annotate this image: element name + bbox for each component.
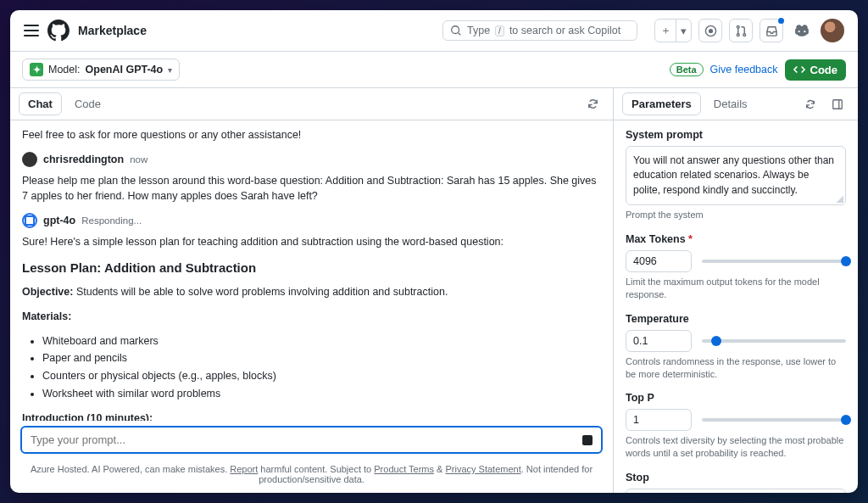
svg-point-5 — [737, 33, 739, 36]
system-prompt-input[interactable]: You will not answer any questions other … — [626, 146, 846, 205]
disclaimer: Azure Hosted. AI Powered, can make mista… — [10, 459, 613, 493]
prompt-row — [10, 421, 613, 459]
max-tokens-field: Max Tokens * 4096 Limit the maximum outp… — [626, 233, 846, 301]
notification-dot-icon — [778, 18, 784, 24]
intro-label: Introduction (10 minutes): — [22, 411, 601, 422]
tab-details[interactable]: Details — [704, 92, 757, 115]
lesson-heading: Lesson Plan: Addition and Subtraction — [22, 259, 601, 278]
svg-point-3 — [709, 29, 712, 32]
topp-slider[interactable] — [702, 418, 846, 422]
feedback-link[interactable]: Give feedback — [710, 64, 778, 75]
temperature-field: Temperature 0.1 Controls randomness in t… — [626, 313, 846, 381]
system-prompt-help: Prompt the system — [626, 209, 846, 221]
global-search[interactable]: Type / to search or ask Copilot — [442, 20, 637, 41]
user-avatar-small — [22, 152, 37, 167]
collapse-panel-icon[interactable] — [826, 92, 849, 116]
search-kbd: / — [495, 25, 504, 36]
create-new-menu[interactable]: ＋ ▾ — [654, 19, 692, 42]
prompt-box[interactable] — [20, 426, 603, 454]
report-link[interactable]: Report — [230, 464, 258, 474]
tab-parameters[interactable]: Parameters — [622, 92, 701, 115]
assistant-hint: Feel free to ask for more questions or a… — [22, 127, 601, 143]
svg-point-4 — [737, 25, 739, 28]
conversation: Feel free to ask for more questions or a… — [10, 120, 613, 421]
svg-point-0 — [452, 26, 459, 34]
topp-help: Controls text diversity by selecting the… — [626, 434, 846, 460]
svg-line-1 — [459, 33, 461, 36]
objective-label: Objective: — [22, 286, 73, 298]
beta-badge: Beta — [670, 63, 704, 76]
assistant-status: Responding... — [81, 214, 142, 228]
search-placeholder-post: to search or ask Copilot — [509, 25, 620, 36]
system-prompt-field: System prompt You will not answer any qu… — [626, 129, 846, 221]
svg-rect-7 — [833, 99, 843, 109]
menu-icon[interactable] — [24, 25, 39, 36]
github-logo-icon[interactable] — [47, 20, 70, 42]
pull-requests-icon[interactable] — [729, 19, 753, 42]
brand-label[interactable]: Marketplace — [78, 24, 147, 37]
model-name: OpenAI GPT-4o — [86, 64, 164, 75]
search-icon — [450, 25, 462, 36]
code-button[interactable]: Code — [785, 59, 847, 81]
model-bar: ✦ Model: OpenAI GPT-4o ▾ Beta Give feedb… — [10, 52, 858, 88]
materials-list: Whiteboard and markers Paper and pencils… — [42, 333, 601, 402]
stop-label: Stop — [626, 472, 846, 483]
max-tokens-label: Max Tokens * — [626, 233, 846, 245]
params-pane: Parameters Details System prompt You wil… — [614, 88, 858, 493]
objective-text: Students will be able to solve word prob… — [73, 286, 448, 298]
user-msg-head: chrisreddington now — [22, 152, 601, 168]
tab-chat[interactable]: Chat — [19, 92, 62, 115]
topp-label: Top P — [626, 392, 846, 404]
stop-generation-icon[interactable] — [582, 435, 593, 445]
code-button-label: Code — [810, 64, 838, 76]
topp-field: Top P 1 Controls text diversity by selec… — [626, 392, 846, 460]
tab-code[interactable]: Code — [65, 92, 110, 115]
system-prompt-label: System prompt — [626, 129, 846, 141]
top-bar: Marketplace Type / to search or ask Copi… — [10, 10, 858, 52]
model-selector[interactable]: ✦ Model: OpenAI GPT-4o ▾ — [22, 59, 180, 81]
prompt-input[interactable] — [31, 433, 576, 446]
top-actions: ＋ ▾ — [654, 19, 844, 42]
reset-params-icon[interactable] — [798, 92, 822, 116]
search-placeholder-pre: Type — [467, 25, 490, 36]
terms-link[interactable]: Product Terms — [374, 464, 434, 474]
assistant-intro: Sure! Here's a simple lesson plan for te… — [22, 234, 601, 250]
chat-pane: Chat Code Feel free to ask for more ques… — [10, 88, 614, 493]
materials-label: Materials: — [22, 309, 601, 325]
params-panel: System prompt You will not answer any qu… — [614, 120, 858, 493]
right-tabs: Parameters Details — [614, 88, 858, 120]
user-time: now — [130, 153, 147, 167]
refresh-icon[interactable] — [581, 92, 604, 116]
user-name: chrisreddington — [43, 152, 124, 168]
temperature-help: Controls randomness in the response, use… — [626, 355, 846, 381]
privacy-link[interactable]: Privacy Statement — [445, 464, 520, 474]
plus-icon: ＋ — [655, 20, 676, 42]
list-item: Counters or physical objects (e.g., appl… — [42, 368, 601, 384]
list-item: Worksheet with similar word problems — [42, 386, 601, 402]
left-tabs: Chat Code — [10, 88, 613, 120]
assistant-name: gpt-4o — [43, 213, 75, 229]
list-item: Whiteboard and markers — [42, 333, 601, 349]
main-body: Chat Code Feel free to ask for more ques… — [10, 88, 858, 493]
stop-input[interactable] — [626, 489, 846, 493]
model-badge-icon: ✦ — [30, 63, 43, 76]
copilot-icon[interactable] — [790, 19, 814, 42]
caret-down-icon: ▾ — [676, 20, 691, 42]
user-msg-body: Please help me plan the lesson around th… — [22, 173, 601, 205]
user-avatar[interactable] — [821, 19, 844, 42]
max-tokens-slider[interactable] — [702, 260, 846, 263]
max-tokens-input[interactable]: 4096 — [626, 250, 692, 272]
max-tokens-help: Limit the maximum output tokens for the … — [626, 276, 846, 301]
issues-icon[interactable] — [698, 19, 722, 42]
objective-row: Objective: Students will be able to solv… — [22, 284, 601, 300]
app-window: Marketplace Type / to search or ask Copi… — [10, 10, 858, 493]
gpt-avatar-icon — [22, 213, 37, 228]
temperature-input[interactable]: 0.1 — [626, 330, 692, 352]
code-icon — [793, 64, 805, 75]
svg-point-6 — [743, 33, 745, 36]
temperature-slider[interactable] — [702, 339, 846, 343]
topp-input[interactable]: 1 — [626, 409, 692, 431]
list-item: Paper and pencils — [42, 350, 601, 366]
inbox-icon[interactable] — [760, 19, 783, 42]
chevron-down-icon: ▾ — [168, 65, 172, 75]
